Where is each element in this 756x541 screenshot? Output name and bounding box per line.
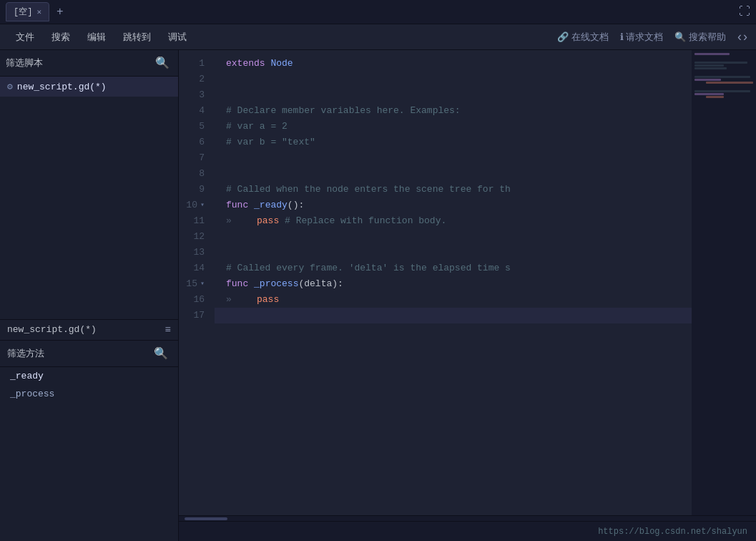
filter-methods-label: 筛选方法 bbox=[7, 347, 44, 360]
line-number: 13 bbox=[179, 245, 215, 260]
sidebar-bottom: new_script.gd(*) ≡ 筛选方法 🔍 _ready _proces… bbox=[0, 319, 178, 542]
line-number: 17 bbox=[179, 308, 215, 323]
menu-debug[interactable]: 调试 bbox=[161, 28, 194, 47]
code-line[interactable] bbox=[215, 150, 692, 166]
indent-arrow-icon: » bbox=[226, 213, 232, 229]
code-line[interactable] bbox=[215, 72, 692, 87]
fold-arrow-icon[interactable]: ▾ bbox=[200, 276, 205, 292]
menu-search[interactable]: 搜索 bbox=[44, 28, 77, 47]
sidebar-file-row: new_script.gd(*) ≡ bbox=[0, 319, 178, 341]
sidebar: 筛选脚本 🔍 ⚙ new_script.gd(*) new_script.gd(… bbox=[0, 50, 179, 541]
code-container[interactable]: 12345678910▾1112131415▾1617 extends Node… bbox=[179, 50, 756, 515]
filter-methods-search-icon[interactable]: 🔍 bbox=[151, 345, 171, 362]
horizontal-scrollbar[interactable] bbox=[179, 515, 756, 521]
line-number: 1 bbox=[179, 56, 215, 72]
line-number: 10▾ bbox=[179, 198, 215, 213]
line-number: 16 bbox=[179, 292, 215, 308]
line-number: 11 bbox=[179, 213, 215, 229]
status-bar: https://blog.csdn.net/shalyun bbox=[179, 521, 756, 541]
line-number: 3 bbox=[179, 87, 215, 103]
tab-add-icon[interactable]: + bbox=[54, 6, 67, 19]
line-number: 7 bbox=[179, 150, 215, 166]
sidebar-methods-header: 筛选方法 🔍 bbox=[0, 341, 178, 367]
status-url: https://blog.csdn.net/shalyun bbox=[598, 527, 747, 537]
line-number: 5 bbox=[179, 119, 215, 135]
filter-scripts-label: 筛选脚本 bbox=[6, 57, 43, 69]
script-item[interactable]: ⚙ new_script.gd(*) bbox=[0, 77, 178, 97]
prev-arrow-icon[interactable]: ‹ bbox=[737, 29, 742, 44]
search-help-link[interactable]: 🔍 搜索帮助 bbox=[674, 31, 726, 44]
method-item-process[interactable]: _process bbox=[0, 385, 178, 403]
filter-scripts-section: 筛选脚本 🔍 bbox=[0, 50, 178, 77]
code-line[interactable]: func _ready(): bbox=[215, 198, 692, 213]
editor-tab[interactable]: [空] ✕ bbox=[6, 2, 49, 21]
next-arrow-icon[interactable]: › bbox=[743, 29, 747, 44]
code-line[interactable] bbox=[215, 308, 692, 323]
code-line[interactable]: # Called when the node enters the scene … bbox=[215, 182, 692, 198]
code-line[interactable]: # var b = "text" bbox=[215, 135, 692, 150]
method-item-ready[interactable]: _ready bbox=[0, 367, 178, 385]
title-bar: [空] ✕ + ⛶ bbox=[0, 0, 756, 24]
menu-edit[interactable]: 编辑 bbox=[80, 28, 113, 47]
online-docs-link[interactable]: 🔗 在线文档 bbox=[557, 31, 609, 44]
sidebar-file-name: new_script.gd(*) bbox=[7, 324, 97, 335]
gear-icon: ⚙ bbox=[7, 81, 13, 92]
code-line[interactable] bbox=[215, 245, 692, 260]
code-line[interactable]: » pass # Replace with function body. bbox=[215, 213, 692, 229]
line-number: 15▾ bbox=[179, 276, 215, 292]
code-line[interactable]: # Declare member variables here. Example… bbox=[215, 103, 692, 119]
code-line[interactable] bbox=[215, 229, 692, 245]
code-line[interactable]: # Called every frame. 'delta' is the ela… bbox=[215, 260, 692, 276]
line-number: 6 bbox=[179, 135, 215, 150]
scrollbar-thumb[interactable] bbox=[185, 517, 227, 520]
code-line[interactable]: extends Node bbox=[215, 56, 692, 72]
line-number: 9 bbox=[179, 182, 215, 198]
menu-file[interactable]: 文件 bbox=[9, 28, 41, 47]
menu-bar-right: 🔗 在线文档 ℹ 请求文档 🔍 搜索帮助 ‹ › bbox=[557, 29, 747, 44]
sort-icon[interactable]: ≡ bbox=[165, 324, 171, 336]
minimap bbox=[692, 50, 756, 515]
fullscreen-icon[interactable]: ⛶ bbox=[739, 5, 750, 19]
line-numbers: 12345678910▾1112131415▾1617 bbox=[179, 50, 215, 515]
line-number: 2 bbox=[179, 72, 215, 87]
indent-arrow-icon: » bbox=[226, 292, 232, 308]
code-line[interactable]: » pass bbox=[215, 292, 692, 308]
filter-scripts-search-icon[interactable]: 🔍 bbox=[152, 54, 172, 72]
line-number: 12 bbox=[179, 229, 215, 245]
minimap-content bbox=[692, 50, 756, 104]
menu-bar: 文件 搜索 编辑 跳转到 调试 🔗 在线文档 ℹ 请求文档 🔍 搜索帮助 ‹ › bbox=[0, 24, 756, 50]
tab-close-icon[interactable]: ✕ bbox=[36, 7, 41, 16]
code-lines[interactable]: extends Node# Declare member variables h… bbox=[215, 50, 692, 515]
line-number: 8 bbox=[179, 166, 215, 182]
request-docs-link[interactable]: ℹ 请求文档 bbox=[620, 31, 664, 44]
line-number: 4 bbox=[179, 103, 215, 119]
code-line[interactable]: # var a = 2 bbox=[215, 119, 692, 135]
code-line[interactable] bbox=[215, 87, 692, 103]
line-number: 14 bbox=[179, 260, 215, 276]
menu-goto[interactable]: 跳转到 bbox=[116, 28, 158, 47]
code-line[interactable]: func _process(delta): bbox=[215, 276, 692, 292]
tab-label: [空] bbox=[14, 6, 32, 18]
script-item-label: new_script.gd(*) bbox=[17, 82, 107, 92]
code-line[interactable] bbox=[215, 166, 692, 182]
main-content: 筛选脚本 🔍 ⚙ new_script.gd(*) new_script.gd(… bbox=[0, 50, 756, 541]
editor-area[interactable]: 12345678910▾1112131415▾1617 extends Node… bbox=[179, 50, 756, 541]
fold-arrow-icon[interactable]: ▾ bbox=[200, 198, 205, 213]
nav-arrows: ‹ › bbox=[737, 29, 747, 44]
